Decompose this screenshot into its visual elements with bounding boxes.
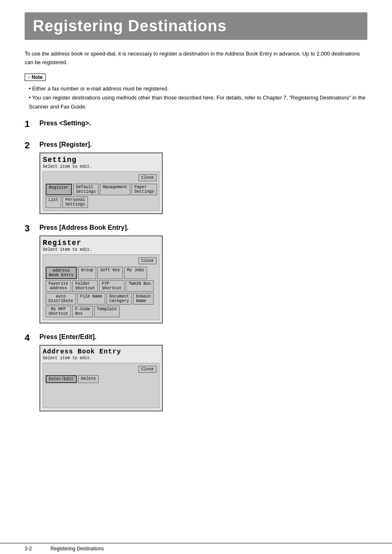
title-banner: Registering Destinations [25, 12, 367, 40]
address-book-panel-inner: Close Enter/Edit Delete [43, 363, 159, 408]
note-label: ○ Note [25, 74, 46, 81]
note-item-2: You can register destinations using meth… [29, 93, 367, 111]
note-icon: ○ [28, 75, 30, 80]
step-1-number: 1 [25, 119, 39, 129]
step-3: 3 Press [Address Book Entry]. Register S… [25, 224, 367, 323]
footer-page: 3-2 [25, 546, 32, 552]
setting-register-btn[interactable]: Register [46, 184, 72, 195]
address-book-panel: Address Book Entry Select item to edit. … [39, 345, 163, 411]
register-f-code-box-btn[interactable]: F-CodeBox [72, 306, 93, 317]
register-document-category-btn[interactable]: DocumentCategory [106, 293, 132, 305]
intro-text: To use the address book or speed-dial, i… [25, 50, 367, 67]
address-book-panel-title: Address Book Entry [43, 348, 159, 355]
step-2-text: Press [Register]. [39, 141, 367, 148]
note-item-1: Either a fax number or e-mail address mu… [29, 84, 367, 93]
step-2-content: Press [Register]. Setting Select item to… [39, 141, 367, 214]
note-section: ○ Note Either a fax number or e-mail add… [25, 74, 367, 111]
register-soft-key-btn[interactable]: Soft Key [97, 267, 123, 279]
step-3-number: 3 [25, 223, 39, 234]
register-file-name-btn[interactable]: File Name [77, 293, 105, 305]
setting-panel-title: Setting [43, 156, 159, 164]
register-twain-box-btn[interactable]: TWAIN Box [126, 280, 154, 292]
register-address-book-btn[interactable]: AddressBook Entry [46, 267, 77, 279]
register-group-btn[interactable]: Group [78, 267, 96, 279]
step-4-text: Press [Enter/Edit]. [39, 333, 367, 341]
register-ftp-shortcut-btn[interactable]: FTPShortcut [99, 280, 125, 292]
page: Registering Destinations To use the addr… [0, 0, 392, 438]
register-panel-inner: Close AddressBook Entry Group Soft Key M… [43, 254, 159, 320]
address-book-close-btn[interactable]: Close [138, 366, 157, 373]
step-4-number: 4 [25, 332, 39, 343]
register-auto-distribute-btn[interactable]: AutoDistribute [46, 293, 76, 305]
footer-title: Registering Destinations [51, 546, 104, 552]
setting-list-btn[interactable]: List [46, 196, 61, 208]
footer: 3-2 Registering Destinations [0, 543, 392, 554]
step-4: 4 Press [Enter/Edit]. Address Book Entry… [25, 333, 367, 411]
page-title: Registering Destinations [33, 17, 359, 35]
step-1: 1 Press <Setting>. [25, 120, 367, 131]
note-label-text: Note [32, 74, 43, 80]
setting-panel-inner: Close Register DefaultSettings Managemen… [43, 171, 159, 211]
setting-panel: Setting Select item to edit. Close Regis… [39, 152, 163, 214]
address-book-delete-btn[interactable]: Delete [78, 375, 99, 383]
footer-sep [38, 546, 44, 552]
register-my-jobs-btn[interactable]: My Jobs [124, 267, 147, 279]
register-panel-title: Register [43, 239, 159, 247]
setting-management-btn[interactable]: Management [100, 184, 130, 195]
step-2: 2 Press [Register]. Setting Select item … [25, 141, 367, 214]
register-panel-subtitle: Select item to edit. [43, 247, 159, 252]
register-domain-name-btn[interactable]: DomainName [133, 293, 154, 305]
step-1-text: Press <Setting>. [39, 120, 367, 127]
step-3-text: Press [Address Book Entry]. [39, 224, 367, 231]
address-book-enter-edit-btn[interactable]: Enter/Edit [46, 375, 77, 383]
step-3-content: Press [Address Book Entry]. Register Sel… [39, 224, 367, 323]
register-favorite-btn[interactable]: FavoriteAddress [46, 280, 71, 292]
address-book-panel-subtitle: Select item to edit. [43, 356, 159, 360]
setting-default-btn: DefaultSettings [73, 184, 99, 195]
step-1-content: Press <Setting>. [39, 120, 367, 131]
register-folder-shortcut-btn[interactable]: FolderShortcut [72, 280, 98, 292]
step-4-content: Press [Enter/Edit]. Address Book Entry S… [39, 333, 367, 411]
register-my-mfp-shortcut-btn[interactable]: My MFPShortcut [46, 306, 71, 317]
setting-personal-btn[interactable]: PersonalSettings [62, 196, 88, 208]
note-list: Either a fax number or e-mail address mu… [25, 84, 367, 111]
step-2-number: 2 [25, 140, 39, 151]
setting-close-btn[interactable]: Close [138, 174, 157, 181]
register-template-btn[interactable]: Template [94, 306, 120, 317]
setting-panel-subtitle: Select item to edit. [43, 164, 159, 169]
register-panel: Register Select item to edit. Close Addr… [39, 235, 163, 323]
setting-paper-btn[interactable]: PaperSettings [131, 184, 157, 195]
register-close-btn[interactable]: Close [138, 257, 157, 264]
